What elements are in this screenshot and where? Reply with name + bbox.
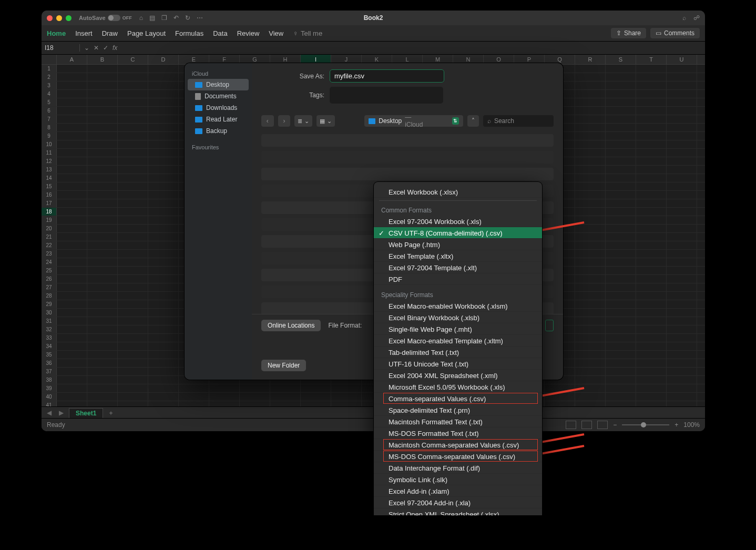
cell[interactable] (87, 157, 118, 165)
cell[interactable] (636, 149, 667, 157)
file-row[interactable] (261, 134, 554, 147)
cell[interactable] (636, 384, 667, 392)
search-field[interactable]: ⌕Search (483, 115, 554, 127)
cell[interactable] (575, 384, 606, 392)
cell[interactable] (636, 124, 667, 131)
cell[interactable] (667, 140, 697, 148)
row-header[interactable]: 23 (42, 250, 57, 258)
tab-insert[interactable]: Insert (75, 29, 93, 37)
row-header[interactable]: 36 (42, 359, 57, 367)
row-header[interactable]: 35 (42, 351, 57, 359)
format-option[interactable]: Space-delimited Text (.prn) (374, 404, 542, 416)
cell[interactable] (118, 300, 148, 308)
format-option[interactable]: Strict Open XML Spreadsheet (.xlsx) (374, 508, 542, 515)
format-option[interactable]: Excel Macro-enabled Template (.xltm) (374, 335, 542, 347)
format-option[interactable]: Excel Macro-enabled Workbook (.xlsm) (374, 300, 542, 312)
format-option[interactable]: UTF-16 Unicode Text (.txt) (374, 358, 542, 370)
cell[interactable] (636, 216, 667, 224)
format-option[interactable]: Excel Add-in (.xlam) (374, 485, 542, 497)
cell[interactable] (575, 359, 606, 367)
cell[interactable] (57, 300, 87, 308)
autosave-toggle[interactable]: AutoSave OFF (79, 15, 132, 21)
cell[interactable] (667, 182, 697, 190)
cell[interactable] (57, 384, 87, 392)
save-icon[interactable]: ▤ (149, 14, 155, 22)
cell[interactable] (606, 65, 636, 73)
cell[interactable] (57, 124, 87, 131)
cell[interactable] (667, 90, 697, 98)
close-icon[interactable] (47, 15, 53, 21)
row-header[interactable]: 34 (42, 342, 57, 350)
cell[interactable] (118, 124, 148, 131)
cell[interactable] (148, 275, 179, 283)
cell[interactable] (87, 124, 118, 131)
row-header[interactable]: 7 (42, 115, 57, 123)
row-header[interactable]: 27 (42, 283, 57, 291)
row-header[interactable]: 40 (42, 393, 57, 401)
cell[interactable] (606, 90, 636, 98)
cell[interactable] (575, 191, 606, 199)
view-page-icon[interactable] (581, 421, 592, 429)
row-header[interactable]: 30 (42, 309, 57, 317)
cell[interactable] (636, 325, 667, 333)
cell[interactable] (667, 233, 697, 241)
cell[interactable] (57, 90, 87, 98)
cell[interactable] (179, 384, 209, 392)
cell[interactable] (575, 250, 606, 258)
col-header[interactable]: A (57, 55, 87, 64)
cell[interactable] (87, 73, 118, 81)
cell[interactable] (606, 376, 636, 384)
save-as-icon[interactable]: ❐ (161, 14, 167, 22)
format-option[interactable]: PDF (374, 273, 542, 285)
cell[interactable] (148, 166, 179, 174)
cell[interactable] (118, 157, 148, 165)
format-option[interactable]: Macintosh Formatted Text (.txt) (374, 416, 542, 427)
row-header[interactable]: 14 (42, 174, 57, 182)
cell[interactable] (636, 300, 667, 308)
cell[interactable] (667, 132, 697, 140)
cell[interactable] (148, 208, 179, 216)
undo-icon[interactable]: ↶ (173, 14, 179, 22)
cell[interactable] (636, 73, 667, 81)
tab-page-layout[interactable]: Page Layout (127, 29, 166, 37)
cell[interactable] (606, 292, 636, 300)
cell[interactable] (606, 157, 636, 165)
row-header[interactable]: 37 (42, 368, 57, 375)
cell[interactable] (118, 140, 148, 148)
cell[interactable] (301, 384, 331, 392)
cell[interactable] (667, 384, 697, 392)
cell[interactable] (575, 140, 606, 148)
cell[interactable] (87, 258, 118, 266)
cell[interactable] (636, 174, 667, 182)
cell[interactable] (636, 132, 667, 140)
col-header[interactable]: C (118, 55, 148, 64)
cell[interactable] (118, 73, 148, 81)
location-button[interactable]: Desktop — iCloud ⇅ (364, 115, 464, 127)
cell[interactable] (575, 283, 606, 291)
cell[interactable] (118, 149, 148, 157)
cell[interactable] (606, 393, 636, 401)
minimize-icon[interactable] (56, 15, 62, 21)
cell[interactable] (118, 275, 148, 283)
cell[interactable] (87, 199, 118, 207)
cell[interactable] (636, 342, 667, 350)
cell[interactable] (148, 393, 179, 401)
cell[interactable] (118, 225, 148, 232)
cell[interactable] (606, 368, 636, 375)
cell[interactable] (148, 132, 179, 140)
cell[interactable] (87, 393, 118, 401)
cell[interactable] (87, 174, 118, 182)
cell[interactable] (118, 82, 148, 89)
cell[interactable] (87, 216, 118, 224)
sidebar-item-backup[interactable]: Backup (188, 125, 249, 137)
row-header[interactable]: 1 (42, 65, 57, 73)
cell[interactable] (636, 250, 667, 258)
row-header[interactable]: 10 (42, 140, 57, 148)
cell[interactable] (118, 393, 148, 401)
cell[interactable] (87, 166, 118, 174)
sidebar-item-read-later[interactable]: Read Later (188, 114, 249, 125)
cell[interactable] (87, 342, 118, 350)
cell[interactable] (575, 334, 606, 342)
cell[interactable] (148, 98, 179, 106)
cell[interactable] (118, 233, 148, 241)
